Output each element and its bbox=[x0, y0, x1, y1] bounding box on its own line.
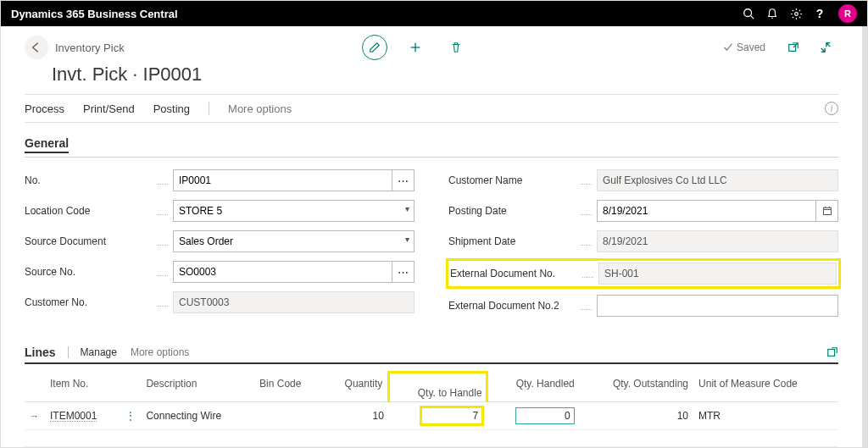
cell-qty[interactable]: 10 bbox=[324, 401, 389, 429]
label-srcno: Source No. bbox=[25, 266, 152, 278]
svg-point-0 bbox=[744, 9, 752, 17]
col-desc[interactable]: Description bbox=[141, 373, 254, 402]
field-location[interactable] bbox=[173, 200, 415, 222]
cell-bin[interactable] bbox=[254, 401, 323, 429]
row-indicator-icon: → bbox=[30, 411, 39, 421]
field-no[interactable] bbox=[173, 169, 392, 191]
label-custno: Customer No. bbox=[25, 296, 152, 308]
field-extdoc2[interactable] bbox=[597, 295, 838, 317]
label-postdate: Posting Date bbox=[448, 205, 576, 217]
lookup-no[interactable]: ⋯ bbox=[392, 169, 415, 191]
action-bar: Process Print/Send Posting More options … bbox=[25, 94, 838, 123]
label-extdoc: External Document No. bbox=[450, 268, 577, 279]
field-srcdoc[interactable] bbox=[173, 230, 415, 252]
svg-point-3 bbox=[794, 12, 798, 15]
label-custname: Customer Name bbox=[448, 174, 576, 186]
lookup-srcno[interactable]: ⋯ bbox=[392, 261, 415, 283]
search-icon[interactable] bbox=[737, 2, 760, 25]
cell-qtyhandle[interactable]: 7 bbox=[422, 408, 481, 423]
field-shipdate bbox=[597, 230, 838, 252]
field-postdate[interactable] bbox=[597, 200, 816, 222]
label-extdoc2: External Document No.2 bbox=[448, 300, 576, 312]
field-custno bbox=[173, 291, 415, 313]
svg-rect-6 bbox=[789, 45, 796, 52]
col-qty[interactable]: Quantity bbox=[324, 373, 389, 402]
col-qtyhandled[interactable]: Qty. Handled bbox=[487, 373, 580, 402]
app-title: Dynamics 365 Business Central bbox=[11, 8, 178, 20]
label-location: Location Code bbox=[25, 205, 152, 217]
cell-desc[interactable]: Connecting Wire bbox=[141, 401, 254, 429]
col-qtyhandle[interactable]: Qty. to Handle bbox=[389, 373, 487, 402]
field-extdoc bbox=[598, 263, 837, 285]
cell-qtyout[interactable]: 10 bbox=[580, 401, 693, 429]
col-qtyout[interactable]: Qty. Outstanding bbox=[580, 373, 693, 402]
label-no: No. bbox=[25, 174, 152, 186]
field-srcno[interactable] bbox=[173, 261, 392, 283]
svg-line-1 bbox=[751, 16, 754, 19]
breadcrumb[interactable]: Inventory Pick bbox=[55, 41, 125, 54]
delete-button[interactable] bbox=[443, 35, 469, 60]
action-printsend[interactable]: Print/Send bbox=[83, 102, 135, 115]
col-bin[interactable]: Bin Code bbox=[254, 373, 323, 402]
lines-more[interactable]: More options bbox=[131, 346, 189, 358]
popout-icon[interactable] bbox=[781, 35, 806, 60]
back-button[interactable] bbox=[25, 36, 48, 59]
edit-button[interactable] bbox=[362, 35, 387, 60]
help-icon[interactable]: ? bbox=[808, 2, 832, 25]
field-custname bbox=[597, 169, 838, 191]
row-menu-icon[interactable]: ⋮ bbox=[120, 401, 141, 429]
new-button[interactable] bbox=[403, 35, 428, 60]
page-title: Invt. Pick · IP0001 bbox=[52, 64, 838, 86]
label-shipdate: Shipment Date bbox=[448, 235, 576, 247]
action-process[interactable]: Process bbox=[25, 102, 64, 115]
col-uom[interactable]: Unit of Measure Code bbox=[693, 373, 838, 402]
action-posting[interactable]: Posting bbox=[153, 102, 190, 115]
bell-icon[interactable] bbox=[760, 2, 784, 25]
app-topbar: Dynamics 365 Business Central ? R bbox=[1, 1, 867, 26]
cell-qtyhandled[interactable]: 0 bbox=[515, 407, 575, 424]
table-row-empty[interactable] bbox=[25, 429, 838, 446]
gear-icon[interactable] bbox=[784, 2, 808, 25]
collapse-icon[interactable] bbox=[813, 35, 838, 60]
label-srcdoc: Source Document bbox=[25, 235, 152, 247]
action-more[interactable]: More options bbox=[228, 102, 292, 115]
section-general-title: General bbox=[25, 136, 69, 153]
avatar[interactable]: R bbox=[838, 4, 857, 23]
table-row[interactable]: → ITEM0001 ⋮ Connecting Wire 10 7 0 10 M… bbox=[25, 401, 838, 429]
scrollbar[interactable] bbox=[862, 26, 867, 447]
col-itemno[interactable]: Item No. bbox=[45, 373, 120, 402]
lines-popout-icon[interactable] bbox=[826, 346, 838, 358]
calendar-icon[interactable] bbox=[816, 200, 838, 222]
info-icon[interactable]: i bbox=[825, 102, 838, 115]
save-status: Saved bbox=[723, 41, 765, 53]
cell-uom[interactable]: MTR bbox=[693, 401, 838, 429]
svg-rect-7 bbox=[823, 207, 831, 214]
lines-grid: Item No. Description Bin Code Quantity Q… bbox=[25, 371, 838, 447]
cell-itemno[interactable]: ITEM0001 bbox=[50, 410, 97, 422]
svg-rect-11 bbox=[828, 350, 835, 357]
section-lines-title: Lines bbox=[25, 346, 56, 359]
lines-manage[interactable]: Manage bbox=[81, 346, 117, 358]
